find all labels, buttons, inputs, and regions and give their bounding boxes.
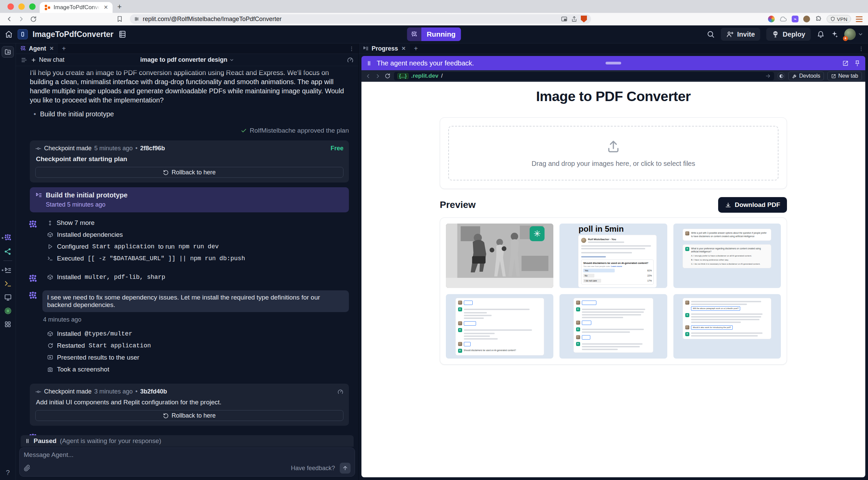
step-installed-types[interactable]: Installed @types/multer (47, 330, 349, 338)
have-feedback-link[interactable]: Have feedback? (291, 465, 335, 472)
tab-progress[interactable]: Progress ✕ (359, 43, 410, 54)
account-menu[interactable]: + (844, 28, 863, 40)
chat-history-icon[interactable] (21, 57, 27, 63)
forward-icon[interactable] (18, 15, 25, 23)
search-icon[interactable] (707, 30, 715, 38)
new-chat-button[interactable]: New chat (31, 56, 64, 63)
notifications-bell-icon[interactable] (817, 31, 825, 38)
step-installed-packages[interactable]: Installed multer, pdf-lib, sharp (47, 273, 349, 281)
replit-favicon (44, 4, 51, 11)
rail-shell-icon[interactable] (0, 279, 16, 288)
adblock-extension-icon[interactable] (581, 16, 587, 22)
browser-tabstrip: ImageToPdfConverter - Replit ✕ + (0, 0, 868, 13)
screen: ImageToPdfConverter - Replit ✕ + replit.… (0, 0, 868, 480)
agent-panel: Agent ✕ + ⋮ New chat image to pdf conver… (16, 43, 359, 480)
appearance-icon[interactable] (777, 72, 785, 80)
window-minimize-button[interactable] (18, 3, 25, 10)
dropzone[interactable]: Drag and drop your images here, or click… (448, 126, 778, 180)
new-tab-button[interactable]: New tab (827, 72, 862, 80)
purple-extension-icon[interactable]: ⌁ (792, 16, 798, 22)
step-executed-command[interactable]: Executed [[ -z "$DATABASE_URL" ]] || npm… (47, 255, 349, 262)
sparkle-icon[interactable] (831, 31, 838, 38)
learn-more-link: Learn more (611, 265, 622, 267)
step-configured-run[interactable]: Configured Start application to run npm … (47, 243, 349, 250)
drag-handle[interactable] (606, 62, 621, 64)
add-tab-icon[interactable]: + (410, 43, 422, 54)
step-presented-results[interactable]: Presented results to the user (47, 354, 349, 361)
agent-message: I'll help you create an image to PDF con… (30, 68, 349, 105)
rail-output-icon[interactable] (0, 293, 16, 302)
palette-extension-icon[interactable] (768, 16, 775, 22)
rail-assistant-icon[interactable] (0, 247, 16, 256)
agent-step-group: Show 7 more Installed dependencies Confi… (28, 219, 349, 267)
window-maximize-button[interactable] (29, 3, 36, 10)
site-settings-icon[interactable] (134, 16, 139, 22)
send-button[interactable] (340, 463, 351, 474)
message-input[interactable] (24, 451, 351, 461)
step-restarted-app[interactable]: Restarted Start application (47, 342, 349, 349)
puzzle-extensions-icon[interactable] (815, 16, 822, 23)
file-tree-toggle-button[interactable] (2, 46, 14, 58)
reload-icon[interactable] (30, 16, 37, 23)
tool-rail: ? (0, 43, 16, 480)
rail-agent-icon[interactable] (0, 233, 16, 242)
download-pdf-button[interactable]: Download PDF (718, 197, 787, 213)
tab-agent[interactable]: Agent ✕ (16, 43, 58, 54)
rail-all-tools-icon[interactable] (0, 320, 16, 329)
close-tab-icon[interactable]: ✕ (401, 45, 406, 52)
agent-question-group: Is the application starting and can you … (28, 433, 349, 435)
share-icon[interactable] (571, 16, 577, 22)
message-composer[interactable]: Have feedback? (19, 447, 355, 477)
window-close-button[interactable] (7, 3, 14, 10)
workspace-header: ImageToPdfConverter Running Invite Deplo… (0, 25, 868, 43)
rollback-button[interactable]: Rollback to here (35, 167, 343, 178)
deploy-button[interactable]: Deploy (766, 28, 811, 41)
show-more-steps[interactable]: Show 7 more (47, 219, 349, 227)
add-tab-icon[interactable]: + (58, 43, 70, 54)
help-icon[interactable]: ? (0, 469, 16, 477)
poll-option: No22% (583, 274, 652, 277)
panel-menu-icon[interactable]: ⋮ (345, 43, 358, 54)
plus-icon (31, 57, 36, 63)
vpn-badge[interactable]: VPN (827, 15, 851, 23)
usage-gauge-icon[interactable] (347, 57, 354, 63)
rail-workflows-icon[interactable] (0, 266, 16, 274)
browser-tab[interactable]: ImageToPdfConverter - Replit ✕ (40, 2, 113, 13)
rollback-button[interactable]: Rollback to here (35, 410, 343, 421)
monitor-play-icon (47, 354, 53, 361)
round-extension-icon[interactable] (803, 16, 810, 22)
new-tab-icon[interactable]: + (117, 2, 122, 11)
project-icon[interactable] (18, 29, 28, 39)
back-icon[interactable] (5, 15, 13, 23)
project-config-icon[interactable] (118, 30, 126, 38)
task-list-icon (35, 192, 42, 199)
pip-icon[interactable] (561, 16, 568, 22)
cloud-extension-icon[interactable] (780, 15, 787, 23)
devtools-button[interactable]: Devtools (788, 72, 824, 80)
close-tab-icon[interactable]: ✕ (50, 45, 54, 52)
reload-icon[interactable] (384, 73, 391, 79)
agent-chat-scroll[interactable]: I'll help you create an image to PDF con… (16, 66, 358, 435)
step-installed-dependencies[interactable]: Installed dependencies (47, 231, 349, 238)
session-title-dropdown[interactable]: image to pdf converter design (140, 56, 234, 63)
invite-button[interactable]: Invite (721, 28, 760, 41)
step-took-screenshot[interactable]: Took a screenshot (47, 366, 349, 373)
popout-icon[interactable] (842, 60, 849, 66)
agent-panel-tabs: Agent ✕ + ⋮ (16, 43, 358, 54)
dev-url-field[interactable]: {...} .replit.dev / (394, 72, 774, 80)
bookmark-icon[interactable] (116, 16, 123, 22)
panel-menu-icon[interactable]: ⋮ (854, 43, 868, 54)
thumbnail-chat-conversation: ✳ ✳ ✳ (559, 294, 667, 359)
preview-panel: Progress ✕ + ⋮ The agent needs your feed… (359, 43, 868, 480)
pin-icon[interactable] (854, 60, 861, 66)
attach-paperclip-icon[interactable] (24, 465, 31, 472)
back-icon[interactable] (365, 73, 371, 79)
url-omnibox[interactable]: replit.com/@RolfMistelbache/ImageToPdfCo… (130, 14, 591, 24)
rail-deployments-icon[interactable] (0, 306, 16, 315)
tab-close-icon[interactable]: ✕ (103, 4, 109, 11)
run-button[interactable]: Running (407, 27, 461, 41)
home-icon[interactable] (5, 30, 13, 38)
go-arrow-icon[interactable] (765, 73, 771, 79)
browser-menu-icon[interactable] (856, 16, 863, 22)
forward-icon[interactable] (375, 73, 381, 79)
